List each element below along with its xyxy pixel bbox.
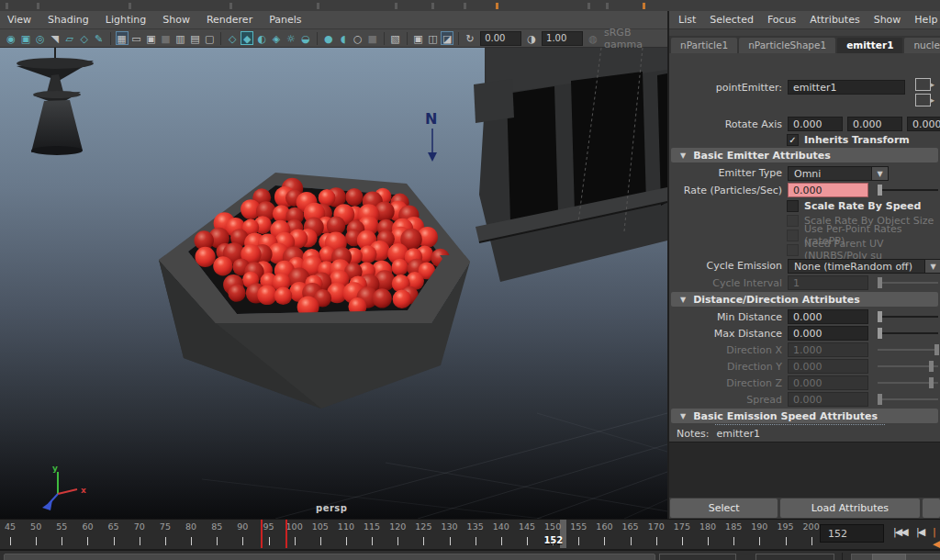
slider-handle[interactable]	[929, 361, 934, 372]
collapse-triangle-icon[interactable]: ▼	[680, 151, 686, 160]
direction-y-slider[interactable]	[878, 360, 938, 373]
cycle-interval-slider[interactable]	[878, 276, 938, 289]
camera-attributes-icon[interactable]: ◎	[34, 31, 47, 45]
ae-menu-selected[interactable]: Selected	[710, 14, 754, 26]
slider-handle[interactable]	[878, 185, 882, 196]
playback-options-sub[interactable]	[872, 554, 906, 560]
tab-nucleus1[interactable]: nucleus1	[904, 38, 940, 53]
motion-blur-icon[interactable]: ◖	[337, 31, 350, 45]
select-button[interactable]: Select	[670, 498, 778, 518]
section-header-basic-emitter-attributes[interactable]: ▼Basic Emitter Attributes	[671, 148, 938, 162]
slider-handle[interactable]	[878, 277, 882, 288]
tab-nparticle1[interactable]: nParticle1	[671, 38, 737, 53]
time-slider[interactable]: 4550556065707580859095100105110115120125…	[0, 519, 940, 549]
ae-menu-attributes[interactable]: Attributes	[810, 14, 859, 26]
step-back-frame-button[interactable]: |◀	[916, 526, 923, 538]
min-distance-slider[interactable]	[878, 310, 938, 323]
camera-lock-icon[interactable]: ▣	[19, 31, 32, 45]
camera-icon[interactable]: ◉	[5, 31, 17, 45]
range-end-field[interactable]	[659, 554, 736, 560]
gamma-icon[interactable]: ◍	[587, 31, 599, 45]
rotate-axis-field-0[interactable]: 0.000	[788, 117, 843, 131]
ae-menu-list[interactable]: List	[678, 14, 696, 26]
ae-menu-focus[interactable]: Focus	[767, 14, 796, 26]
section-header-distance-direction-attributes[interactable]: ▼Distance/Direction Attributes	[671, 292, 938, 307]
shadows-icon[interactable]: ◒	[299, 31, 312, 45]
direction-y-field[interactable]: 0.000	[788, 359, 868, 374]
safe-action-icon[interactable]: ▤	[188, 31, 201, 45]
bookmark-icon[interactable]: ◥	[49, 31, 62, 45]
step-back-key-button[interactable]: |◀	[933, 526, 940, 550]
emitter-type-dropdown[interactable]: Omni	[788, 166, 872, 181]
film-gate-icon[interactable]: ▭	[130, 31, 143, 45]
inherits-transform-checkbox[interactable]: ✓	[787, 134, 799, 146]
resolution-gate-icon[interactable]: ▣	[145, 31, 158, 45]
copy-tab-button[interactable]	[923, 498, 940, 518]
grid-icon[interactable]: ▦	[116, 31, 129, 45]
direction-x-slider[interactable]	[878, 343, 938, 356]
exposure-field[interactable]: 0.00	[480, 31, 521, 46]
anim-end-field[interactable]	[755, 554, 834, 560]
exposure-icon[interactable]: ↻	[464, 31, 476, 45]
grease-pencil-icon[interactable]: ✎	[93, 31, 106, 45]
load-attributes-button[interactable]: Load Attributes	[780, 498, 919, 518]
need-parent-uv-checkbox[interactable]	[787, 244, 799, 256]
viewport-menu-show[interactable]: Show	[162, 14, 190, 26]
viewport-menu-shading[interactable]: Shading	[48, 14, 89, 26]
tab-emitter1[interactable]: emitter1	[837, 38, 902, 53]
max-distance-field[interactable]: 0.000	[788, 326, 868, 341]
gate-mask-icon[interactable]: ■	[159, 31, 172, 45]
textured-icon[interactable]: ◐	[255, 31, 268, 45]
safe-title-icon[interactable]: ▢	[203, 31, 216, 45]
slider-handle[interactable]	[878, 328, 882, 339]
cycle-emission-dropdown[interactable]: None (timeRandom off)	[788, 259, 925, 274]
ae-menu-help[interactable]: Help	[914, 14, 937, 26]
wireframe-icon[interactable]: ◇	[226, 31, 239, 45]
viewport-menu-panels[interactable]: Panels	[269, 14, 301, 26]
lights-icon[interactable]: ☼	[285, 31, 297, 45]
emitter-type-dropdown-arrow[interactable]: ▼	[872, 166, 889, 181]
image-plane-icon[interactable]: ▱	[63, 31, 76, 45]
min-distance-field[interactable]: 0.000	[788, 309, 868, 324]
max-distance-slider[interactable]	[878, 327, 938, 340]
xray-icon[interactable]: ◪	[441, 31, 453, 45]
viewport-menu-renderer[interactable]: Renderer	[207, 14, 252, 26]
spread-slider[interactable]	[878, 393, 938, 406]
spread-field[interactable]: 0.000	[788, 392, 868, 407]
viewport-3d-scene[interactable]: N y x persp	[0, 48, 667, 519]
occlusion-icon[interactable]: ●	[322, 31, 335, 45]
rate-field[interactable]: 0.000	[788, 183, 868, 197]
contrast-field[interactable]: 1.00	[542, 31, 583, 46]
direction-z-field[interactable]: 0.000	[788, 375, 868, 390]
time-slider-ticks[interactable]: 4550556065707580859095100105110115120125…	[0, 520, 820, 550]
ae-menu-show[interactable]: Show	[874, 14, 901, 26]
pan-zoom-icon[interactable]: ◇	[78, 31, 91, 45]
go-to-start-button[interactable]: |◀◀	[893, 526, 907, 538]
rate-slider[interactable]	[878, 184, 938, 196]
slider-handle[interactable]	[934, 344, 939, 355]
point-emitter-field[interactable]: emitter1	[788, 80, 905, 95]
focus-node-icon[interactable]: ▸	[915, 78, 931, 91]
cycle-interval-field[interactable]: 1	[788, 275, 868, 290]
current-frame-field[interactable]: 152	[820, 524, 884, 543]
depth-peel-icon[interactable]: ■	[366, 31, 379, 45]
tab-nparticleshape1[interactable]: nParticleShape1	[739, 38, 835, 53]
scale-rate-by-speed-checkbox[interactable]	[787, 200, 799, 212]
section-header-basic-emission-speed-attributes[interactable]: ▼Basic Emission Speed Attributes	[671, 409, 938, 423]
slider-handle[interactable]	[878, 311, 882, 322]
viewport-menu-view[interactable]: View	[7, 14, 31, 26]
cycle-emission-dropdown-arrow[interactable]: ▼	[925, 259, 940, 274]
antialias-icon[interactable]: ○	[352, 31, 364, 45]
slider-handle[interactable]	[878, 394, 882, 405]
direction-x-field[interactable]: 1.000	[788, 342, 868, 357]
contrast-icon[interactable]: ◑	[525, 31, 538, 45]
rotate-axis-field-1[interactable]: 0.000	[847, 117, 902, 131]
plane-toggle2-icon[interactable]: ◫	[426, 31, 439, 45]
shaded-icon[interactable]: ◆	[241, 31, 253, 45]
direction-z-slider[interactable]	[878, 376, 938, 389]
range-slider-bar[interactable]	[4, 554, 655, 560]
notes-textarea[interactable]	[669, 442, 940, 498]
collapse-triangle-icon[interactable]: ▼	[680, 412, 686, 420]
isolate-select-icon[interactable]: ▧	[389, 31, 402, 45]
collapse-triangle-icon[interactable]: ▼	[680, 296, 686, 304]
